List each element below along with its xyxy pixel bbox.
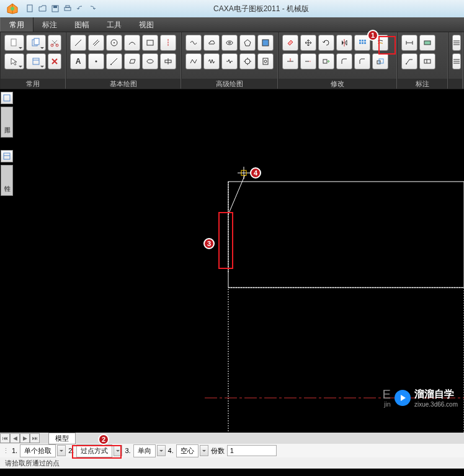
svg-rect-37 [362, 42, 364, 44]
ribbon-label-more [448, 79, 462, 89]
hole-tool[interactable] [257, 53, 274, 69]
stretch-tool[interactable] [318, 53, 334, 69]
fillet-tool[interactable] [336, 53, 352, 69]
menubar: 常用 标注 图幅 工具 视图 [0, 17, 464, 32]
properties-button[interactable] [26, 53, 46, 69]
spline-tool[interactable] [185, 35, 202, 51]
opt1-label[interactable]: 单个拾取 [20, 444, 56, 457]
svg-rect-34 [362, 40, 364, 42]
opt2-label[interactable]: 过点方式 [76, 444, 112, 457]
rect-tool[interactable] [142, 35, 158, 51]
centerline-tool[interactable] [160, 35, 176, 51]
tab-nav-last[interactable]: ⏭ [30, 433, 40, 443]
canvas-area[interactable]: 图库 特性 3 4 E jin 溜溜自学 zixue [0, 89, 464, 433]
opt1-num: 1. [11, 447, 19, 454]
scale-tool[interactable] [372, 53, 388, 69]
chamfer-tool[interactable] [354, 53, 370, 69]
opt3-dropdown[interactable] [157, 445, 166, 456]
angle-line-tool[interactable] [106, 53, 122, 69]
opt5-input[interactable] [227, 445, 277, 456]
cut-button[interactable] [48, 35, 61, 51]
break-tool[interactable] [221, 53, 238, 69]
opt3-num: 3. [123, 447, 132, 454]
parallelogram-tool[interactable] [124, 53, 140, 69]
status-bar: 请拾取所通过的点 [0, 457, 464, 469]
open-icon[interactable] [37, 3, 48, 14]
quick-access-toolbar [25, 3, 98, 14]
rotate-tool[interactable] [318, 35, 334, 51]
select-button[interactable] [4, 53, 24, 69]
ribbon-group-annotation: 标注 [397, 32, 448, 89]
line-tool[interactable] [70, 35, 86, 51]
parallel-tool[interactable] [88, 35, 104, 51]
ribbon-group-modify: 修改 [278, 32, 397, 89]
tab-nav-first[interactable]: ⏮ [0, 433, 10, 443]
donut-tool[interactable] [221, 35, 238, 51]
svg-rect-4 [65, 7, 71, 11]
erase-tool[interactable] [282, 35, 298, 51]
svg-rect-62 [228, 182, 464, 288]
mirror-tool[interactable] [336, 35, 352, 51]
opt3-label[interactable]: 单向 [133, 444, 156, 457]
ellipse-tool[interactable] [142, 53, 158, 69]
tolerance-tool[interactable] [419, 53, 435, 69]
svg-rect-49 [424, 41, 431, 45]
coord-tool[interactable] [419, 35, 435, 51]
polyline-tool[interactable] [185, 53, 202, 69]
menu-sheet[interactable]: 图幅 [66, 17, 98, 32]
menu-tools[interactable]: 工具 [98, 17, 130, 32]
paste-button[interactable] [4, 35, 24, 51]
opt4-dropdown[interactable] [200, 445, 208, 456]
ribbon-label-anno: 标注 [398, 79, 447, 89]
point-tool[interactable] [88, 53, 104, 69]
tab-bar: ⏮ ◀ ▶ ⏭ 模型 [0, 433, 464, 444]
extend-tool[interactable] [300, 53, 316, 69]
ribbon-label-basic: 基本绘图 [66, 79, 181, 89]
menu-annotation[interactable]: 标注 [33, 17, 66, 32]
svg-line-14 [93, 40, 98, 45]
tab-model[interactable]: 模型 [48, 433, 76, 444]
drawing-canvas [0, 89, 464, 433]
move-tool[interactable] [300, 35, 316, 51]
text-tool[interactable]: A [70, 53, 86, 69]
gear-tool[interactable] [239, 53, 256, 69]
opt4-label[interactable]: 空心 [176, 444, 199, 457]
tab-nav-next[interactable]: ▶ [20, 433, 30, 443]
ribbon-group-advanced-draw: 高级绘图 [181, 32, 278, 89]
menu-common[interactable]: 常用 [0, 17, 33, 32]
opt1-dropdown[interactable] [57, 445, 66, 456]
menu-view[interactable]: 视图 [130, 17, 163, 32]
svg-rect-43 [323, 60, 327, 63]
cloud-tool[interactable] [203, 35, 220, 51]
new-icon[interactable] [25, 3, 36, 14]
crosshair-tool[interactable] [160, 53, 176, 69]
watermark-play-icon [395, 390, 411, 406]
ribbon-label-modify: 修改 [279, 79, 396, 89]
more-tool-1[interactable] [452, 35, 461, 51]
block-tool[interactable] [257, 35, 274, 51]
delete-button[interactable] [48, 53, 61, 69]
wave-tool[interactable] [203, 53, 220, 69]
svg-point-20 [96, 61, 97, 63]
tab-nav-prev[interactable]: ◀ [10, 433, 20, 443]
svg-rect-6 [11, 39, 16, 46]
offset-tool[interactable] [372, 35, 388, 51]
undo-icon[interactable] [74, 3, 86, 14]
save-icon[interactable] [50, 3, 61, 14]
print-icon[interactable] [62, 3, 73, 14]
app-logo[interactable] [2, 0, 22, 17]
dimension-tool[interactable] [401, 35, 417, 51]
arc-tool[interactable] [124, 35, 140, 51]
more-tool-2[interactable] [452, 53, 461, 69]
polygon-tool[interactable] [239, 35, 256, 51]
svg-line-13 [75, 40, 81, 46]
array-tool[interactable] [354, 35, 370, 51]
svg-rect-1 [27, 5, 32, 12]
opt2-dropdown[interactable] [114, 445, 122, 456]
circle-tool[interactable] [106, 35, 122, 51]
svg-point-27 [228, 42, 231, 43]
copy-button[interactable] [26, 35, 46, 51]
leader-tool[interactable] [401, 53, 417, 69]
redo-icon[interactable] [87, 3, 98, 14]
trim-tool[interactable] [282, 53, 298, 69]
